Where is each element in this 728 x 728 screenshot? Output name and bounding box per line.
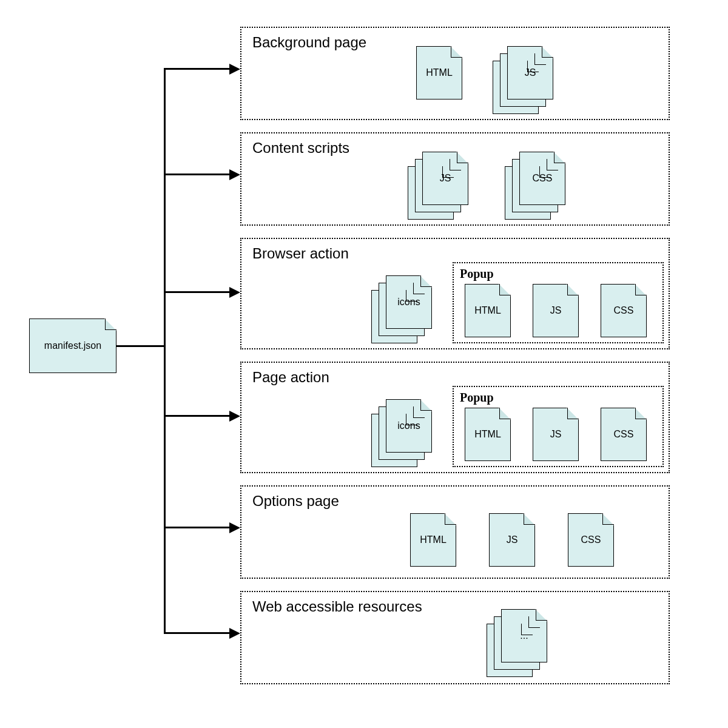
file-icon: JS bbox=[533, 284, 579, 337]
branch-line bbox=[164, 68, 232, 70]
trunk-line bbox=[164, 68, 166, 634]
file-label: CSS bbox=[614, 429, 634, 440]
file-label: JS bbox=[440, 173, 451, 184]
file-icon: JS bbox=[533, 408, 579, 461]
section-title: Browser action bbox=[252, 245, 349, 262]
file-label: manifest.json bbox=[44, 340, 101, 351]
file-label: icons bbox=[397, 420, 420, 431]
popup-title: Popup bbox=[460, 267, 494, 281]
file-icon: CSS bbox=[601, 408, 647, 461]
file-icon: HTML bbox=[465, 284, 511, 337]
file-label: JS bbox=[550, 429, 562, 440]
arrow-icon bbox=[229, 522, 240, 533]
branch-line bbox=[164, 527, 232, 528]
diagram-canvas: manifest.jsonBackground pageHTMLJSConten… bbox=[0, 0, 728, 728]
section-title: Content scripts bbox=[252, 140, 349, 157]
file-label: CSS bbox=[533, 173, 553, 184]
branch-line bbox=[164, 291, 232, 293]
file-label: JS bbox=[507, 534, 518, 545]
file-label: HTML bbox=[420, 534, 447, 545]
file-icon: HTML bbox=[416, 46, 462, 99]
file-icon: icons bbox=[386, 275, 432, 329]
manifest-file-icon: manifest.json bbox=[29, 318, 116, 373]
section-title: Page action bbox=[252, 369, 329, 386]
file-icon: icons bbox=[386, 399, 432, 453]
file-label: JS bbox=[525, 67, 536, 78]
file-icon: JS bbox=[507, 46, 553, 99]
branch-line bbox=[164, 415, 232, 417]
section-title: Options page bbox=[252, 493, 339, 510]
file-label: icons bbox=[397, 297, 420, 308]
section-web-accessible-resources: Web accessible resources bbox=[240, 591, 670, 684]
connector-line bbox=[116, 345, 164, 347]
file-icon: HTML bbox=[465, 408, 511, 461]
file-icon: CSS bbox=[601, 284, 647, 337]
file-label: CSS bbox=[614, 305, 634, 316]
branch-line bbox=[164, 632, 232, 634]
section-title: Background page bbox=[252, 34, 366, 51]
popup-title: Popup bbox=[460, 391, 494, 405]
file-icon: JS bbox=[489, 513, 535, 567]
arrow-icon bbox=[229, 287, 240, 298]
section-title: Web accessible resources bbox=[252, 598, 422, 615]
file-label: CSS bbox=[581, 534, 601, 545]
file-label: HTML bbox=[474, 305, 501, 316]
branch-line bbox=[164, 174, 232, 175]
file-label: HTML bbox=[426, 67, 453, 78]
arrow-icon bbox=[229, 411, 240, 422]
arrow-icon bbox=[229, 628, 240, 639]
file-icon: CSS bbox=[568, 513, 614, 567]
arrow-icon bbox=[229, 169, 240, 180]
file-label: HTML bbox=[474, 429, 501, 440]
arrow-icon bbox=[229, 64, 240, 75]
file-icon: ... bbox=[501, 609, 547, 662]
file-icon: CSS bbox=[519, 152, 565, 205]
file-icon: JS bbox=[422, 152, 468, 205]
file-label: ... bbox=[520, 630, 528, 641]
file-icon: HTML bbox=[410, 513, 456, 567]
file-label: JS bbox=[550, 305, 562, 316]
